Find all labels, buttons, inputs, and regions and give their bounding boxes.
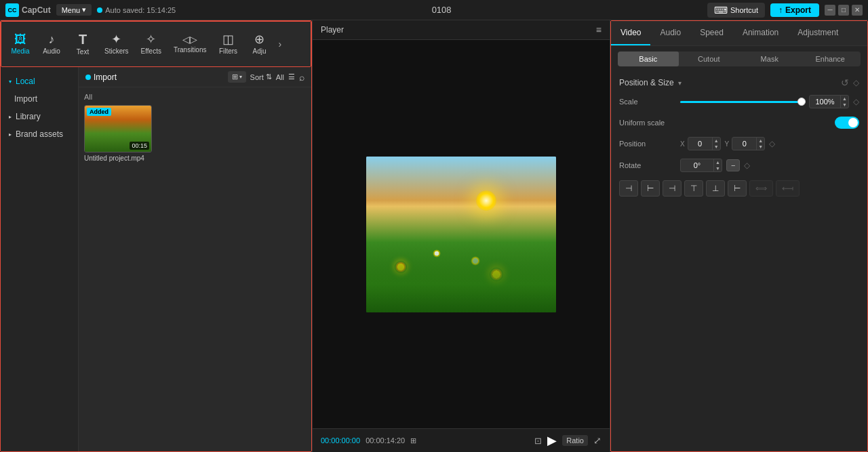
align-center-h-button[interactable]: ⊢ xyxy=(641,180,660,197)
stickers-icon: ✦ xyxy=(111,33,121,45)
scale-input[interactable] xyxy=(810,96,840,107)
grid-view-button[interactable]: ⊞ ▾ xyxy=(228,71,246,83)
uniform-scale-toggle[interactable] xyxy=(835,117,859,129)
sidebar-label-brand: Brand assets xyxy=(16,129,63,139)
list-item[interactable]: Added 00:15 Untitled project.mp4 xyxy=(84,105,152,162)
media-section-label: All xyxy=(84,93,306,101)
pos-y-up-button[interactable]: ▲ xyxy=(757,138,764,144)
tool-text[interactable]: T Text xyxy=(68,30,98,58)
tab-audio[interactable]: Audio xyxy=(650,21,690,45)
scale-slider[interactable] xyxy=(680,101,805,103)
rotate-input[interactable] xyxy=(681,160,713,171)
main-area: 🖼 Media ♪ Audio T Text ✦ Stickers ✧ Effe… xyxy=(0,20,868,452)
align-right-button[interactable]: ⊣ xyxy=(663,180,682,197)
sidebar-item-local[interactable]: ▾ Local xyxy=(1,73,78,90)
sidebar-arrow-library: ▸ xyxy=(9,114,12,120)
align-center-v-button[interactable]: ⊥ xyxy=(706,180,725,197)
scale-row: Scale ▲ ▼ ◇ xyxy=(619,95,859,108)
window-controls: ─ □ ✕ xyxy=(825,5,863,16)
tool-adjust[interactable]: ⊕ Adju xyxy=(245,30,275,58)
tool-stickers[interactable]: ✦ Stickers xyxy=(99,30,134,58)
scale-control: ▲ ▼ ◇ xyxy=(680,95,859,108)
player-video xyxy=(313,40,610,428)
rotate-flip-button[interactable]: − xyxy=(726,159,740,171)
rotate-label: Rotate xyxy=(619,161,680,169)
tool-media[interactable]: 🖼 Media xyxy=(5,30,35,58)
auto-saved-status: Auto saved: 15:14:25 xyxy=(97,6,176,14)
right-panel: Video Audio Speed Animation Adjustment B… xyxy=(610,20,868,452)
tab-adjustment[interactable]: Adjustment xyxy=(788,21,848,45)
position-size-title: Position & Size ▾ ↺ ◇ xyxy=(619,77,859,88)
right-sub-tabs: Basic Cutout Mask Enhance xyxy=(618,52,861,66)
position-y-input[interactable] xyxy=(732,138,756,149)
content-area: ▾ Local Import ▸ Library ▸ Brand assets xyxy=(1,67,311,451)
pos-x-down-button[interactable]: ▼ xyxy=(713,144,720,150)
media-thumbnail: Added 00:15 xyxy=(84,105,152,152)
subtab-cutout[interactable]: Cutout xyxy=(679,52,740,66)
all-label[interactable]: All xyxy=(276,73,284,81)
tab-animation[interactable]: Animation xyxy=(733,21,788,45)
logo: CC CapCut xyxy=(5,3,51,17)
sort-button[interactable]: Sort ⇅ xyxy=(250,73,272,81)
grid-lines-button[interactable]: ⊞ xyxy=(410,436,416,445)
scale-slider-thumb[interactable] xyxy=(797,98,806,106)
sidebar-item-library[interactable]: ▸ Library xyxy=(1,108,78,125)
grid-icon: ⊞ xyxy=(232,73,238,81)
align-bottom-button[interactable]: ⊢ xyxy=(728,180,747,197)
export-button[interactable]: ↑ Export xyxy=(770,3,819,17)
align-left-button[interactable]: ⊣ xyxy=(619,180,638,197)
shortcut-button[interactable]: ⌨ Shortcut xyxy=(707,3,765,18)
scale-keyframe-button[interactable]: ◇ xyxy=(853,97,859,106)
position-x-group: X ▲ ▼ xyxy=(680,137,721,150)
position-x-input[interactable] xyxy=(688,138,712,149)
align-top-button[interactable]: ⊤ xyxy=(684,180,703,197)
scale-up-button[interactable]: ▲ xyxy=(841,96,848,102)
maximize-button[interactable]: □ xyxy=(838,5,849,16)
position-y-group: Y ▲ ▼ xyxy=(725,137,766,150)
sidebar-label-import: Import xyxy=(14,94,37,104)
app-name: CapCut xyxy=(22,5,51,15)
tab-speed[interactable]: Speed xyxy=(690,21,733,45)
media-file-name: Untitled project.mp4 xyxy=(84,155,152,162)
subtab-basic[interactable]: Basic xyxy=(618,52,679,66)
tool-transitions[interactable]: ◁▷ Transitions xyxy=(168,32,212,56)
subtab-mask[interactable]: Mask xyxy=(739,52,800,66)
media-toolbar-right: ⊞ ▾ Sort ⇅ All ☰ ⌕ xyxy=(228,71,304,83)
camera-snapshot-button[interactable]: ⊡ xyxy=(534,436,542,446)
subtab-enhance[interactable]: Enhance xyxy=(800,52,861,66)
sidebar: ▾ Local Import ▸ Library ▸ Brand assets xyxy=(1,67,79,451)
sidebar-item-import[interactable]: Import xyxy=(1,90,78,108)
close-button[interactable]: ✕ xyxy=(852,5,863,16)
player-header: Player ≡ xyxy=(313,20,610,40)
filter-button[interactable]: ☰ xyxy=(288,73,295,81)
rotate-up-button[interactable]: ▲ xyxy=(714,159,722,165)
rotate-down-button[interactable]: ▼ xyxy=(714,165,722,171)
tool-effects[interactable]: ✧ Effects xyxy=(136,30,167,58)
sidebar-item-brand-assets[interactable]: ▸ Brand assets xyxy=(1,125,78,143)
ratio-button[interactable]: Ratio xyxy=(562,435,588,446)
tool-audio[interactable]: ♪ Audio xyxy=(37,30,66,58)
toolbar-more-button[interactable]: › xyxy=(276,36,285,52)
search-button[interactable]: ⌕ xyxy=(299,72,304,83)
play-button[interactable]: ▶ xyxy=(547,433,557,448)
sidebar-arrow-local: ▾ xyxy=(9,79,12,85)
keyframe-button[interactable]: ◇ xyxy=(853,77,859,88)
pos-y-down-button[interactable]: ▼ xyxy=(757,144,764,150)
align-dist-h-button[interactable]: ⟺ xyxy=(749,180,773,197)
position-control: X ▲ ▼ Y xyxy=(680,137,859,150)
position-keyframe-button[interactable]: ◇ xyxy=(769,139,775,148)
player-menu-button[interactable]: ≡ xyxy=(596,24,601,35)
import-button[interactable]: Import xyxy=(85,73,117,82)
tool-filters[interactable]: ◫ Filters xyxy=(214,30,243,58)
fullscreen-button[interactable]: ⤢ xyxy=(593,435,601,446)
tool-audio-label: Audio xyxy=(43,47,60,55)
align-dist-v-button[interactable]: ⟻ xyxy=(776,180,800,197)
scale-down-button[interactable]: ▼ xyxy=(841,102,848,108)
rotate-keyframe-button[interactable]: ◇ xyxy=(744,161,750,170)
pos-x-up-button[interactable]: ▲ xyxy=(713,138,720,144)
scale-input-wrap: ▲ ▼ xyxy=(809,95,849,108)
menu-button[interactable]: Menu ▾ xyxy=(56,4,92,16)
minimize-button[interactable]: ─ xyxy=(825,5,835,16)
tab-video[interactable]: Video xyxy=(611,21,650,45)
reset-button[interactable]: ↺ xyxy=(841,77,849,88)
